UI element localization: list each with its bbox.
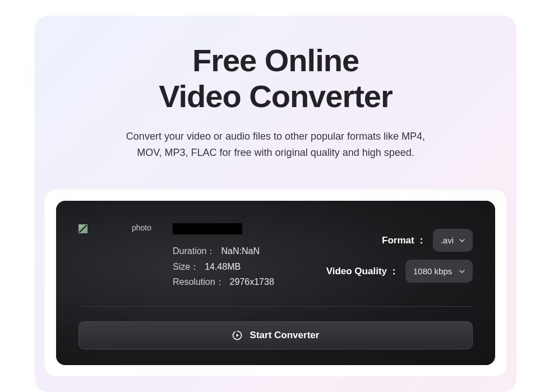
format-option-row: Format ： .avi	[382, 229, 473, 252]
duration-label: Duration	[173, 243, 206, 259]
duration-value: NaN:NaN	[221, 243, 259, 259]
chevron-down-icon	[459, 270, 465, 273]
options-column: Format ： .avi Video Quality ：	[326, 229, 473, 283]
page-title: Free Online Video Converter	[45, 43, 506, 115]
chevron-down-icon	[459, 239, 465, 242]
converter-panel-wrap: photo Duration： NaN:NaN Size： 14.48MB Re…	[45, 190, 506, 376]
hero-card: Free Online Video Converter Convert your…	[35, 16, 516, 392]
quality-dropdown[interactable]: 1080 kbps	[405, 260, 473, 283]
resolution-value: 2976x1738	[230, 274, 274, 289]
format-colon: ：	[417, 234, 426, 247]
file-thumbnail: photo	[79, 223, 163, 233]
size-value: 14.48MB	[205, 259, 241, 274]
format-value: .avi	[441, 236, 454, 245]
start-button-label: Start Converter	[250, 330, 320, 341]
page-subtitle: Convert your video or audio files to oth…	[119, 128, 433, 161]
file-row: photo Duration： NaN:NaN Size： 14.48MB Re…	[79, 223, 473, 307]
format-label: Format	[382, 235, 414, 246]
resolution-label: Resolution	[173, 274, 215, 289]
thumbnail-alt-text: photo	[132, 223, 151, 232]
start-converter-button[interactable]: Start Converter	[79, 321, 473, 349]
quality-value: 1080 kbps	[413, 266, 452, 276]
meta-resolution: Resolution： 2976x1738	[173, 274, 305, 289]
title-line-1: Free Online	[192, 43, 359, 78]
quality-option-row: Video Quality ： 1080 kbps	[326, 260, 473, 283]
format-dropdown[interactable]: .avi	[433, 229, 473, 252]
meta-duration: Duration： NaN:NaN	[173, 243, 305, 259]
converter-panel: photo Duration： NaN:NaN Size： 14.48MB Re…	[56, 201, 495, 365]
meta-size: Size： 14.48MB	[173, 259, 305, 274]
play-circle-icon	[232, 330, 242, 340]
quality-label: Video Quality	[326, 266, 387, 277]
title-line-2: Video Converter	[159, 79, 393, 114]
size-label: Size	[173, 259, 190, 274]
file-name	[173, 223, 242, 234]
broken-image-icon	[79, 224, 87, 233]
file-info: Duration： NaN:NaN Size： 14.48MB Resoluti…	[173, 223, 305, 289]
quality-colon: ：	[389, 265, 399, 278]
